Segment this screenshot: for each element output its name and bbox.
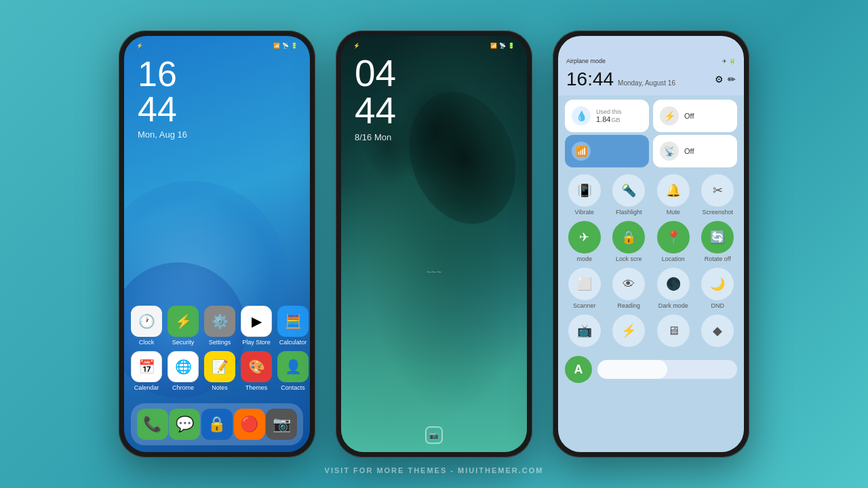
- data-value-row: 1.84 GB: [596, 115, 642, 123]
- phone2-hour: 04: [355, 55, 396, 92]
- settings-edit-icon[interactable]: ⚙: [715, 74, 724, 85]
- phone-3: Airplane mode ✈ 🔋 16:44 Monday, August 1…: [553, 30, 749, 458]
- settings-icon: ⚙️: [204, 306, 235, 337]
- vibrate-btn[interactable]: 📳 Vibrate: [565, 174, 604, 216]
- avatar-letter: A: [574, 363, 583, 377]
- camera-shortcut[interactable]: 📷: [425, 426, 443, 444]
- calendar-label: Calendar: [134, 384, 159, 391]
- pencil-edit-icon[interactable]: ✏: [728, 74, 736, 85]
- airplane-mode-label: Airplane mode: [566, 58, 606, 64]
- dock-messages[interactable]: 💬: [169, 409, 200, 440]
- brightness-slider[interactable]: [597, 360, 737, 379]
- control-clock: 16:44: [566, 68, 614, 90]
- slider-fill: [597, 360, 667, 379]
- screen-btn[interactable]: 🖥: [654, 314, 693, 349]
- darkmode-btn[interactable]: 🌑 Dark mode: [654, 268, 693, 309]
- contacts-label: Contacts: [281, 384, 305, 391]
- calculator-icon: 🧮: [277, 306, 309, 337]
- dock-mi[interactable]: 🔴: [234, 409, 265, 440]
- wifi-info: Off: [684, 147, 730, 155]
- notes-label: Notes: [212, 384, 228, 391]
- calendar-icon: 📅: [131, 351, 162, 382]
- scanner-icon: ⬜: [568, 268, 601, 300]
- status-icons-3: ✈ 🔋: [722, 58, 736, 64]
- active-card[interactable]: 📶: [565, 135, 649, 167]
- playstore-label: Play Store: [242, 339, 271, 346]
- app-playstore[interactable]: ▶ Play Store: [241, 306, 272, 346]
- playstore-icon: ▶: [241, 306, 272, 337]
- lockscreen-btn[interactable]: 🔒 Lock scre: [610, 221, 649, 262]
- status-bar-2: ⚡ 📶 📡 🔋: [341, 36, 527, 51]
- phone1-homescreen: ⚡ 📶 📡 🔋 16 44 Mon, Aug 16 🕐 Clock: [124, 36, 310, 452]
- status-icons-1: 📶 📡 🔋: [273, 43, 298, 49]
- time-widget-1: 16 44 Mon, Aug 16: [138, 56, 187, 140]
- status-icons-2: 📶 📡 🔋: [490, 43, 515, 49]
- app-calendar[interactable]: 📅 Calendar: [131, 351, 162, 391]
- wifi-status-icon: 📡: [282, 43, 289, 49]
- cast-btn[interactable]: 📺: [565, 314, 604, 349]
- control-date-display: Monday, August 16: [618, 79, 675, 87]
- dock-phone[interactable]: 📞: [137, 409, 168, 440]
- location-btn[interactable]: 📍 Location: [654, 221, 693, 262]
- time-hour-1: 16: [138, 56, 187, 92]
- toggle-cards-row1: 💧 Used this 1.84 GB ⚡ Off: [558, 96, 744, 136]
- bluetooth-card[interactable]: ⚡ Off: [653, 100, 737, 132]
- flashlight-btn[interactable]: 🔦 Flashlight: [610, 174, 649, 216]
- airplane-btn[interactable]: ✈ mode: [565, 221, 604, 262]
- battery-icon-1: 🔋: [291, 43, 298, 49]
- birds-decoration: 〜〜 〜: [427, 269, 442, 276]
- app-contacts[interactable]: 👤 Contacts: [277, 351, 309, 391]
- status-bar-1: ⚡ 📶 📡 🔋: [124, 36, 310, 51]
- bluetooth-icon-2: ⚡: [353, 43, 360, 49]
- app-security[interactable]: ⚡ Security: [167, 306, 199, 346]
- data-icon: 💧: [572, 106, 591, 125]
- wifi-status: Off: [684, 147, 730, 155]
- ctrl-row2: ✈ mode 🔒 Lock scre 📍 Location 🔄 Rotate o…: [558, 218, 744, 265]
- data-usage-card[interactable]: 💧 Used this 1.84 GB: [565, 100, 649, 132]
- rotate-label: Rotate off: [705, 256, 731, 262]
- app-calculator[interactable]: 🧮 Calculator: [277, 306, 309, 346]
- cast-icon: 📺: [568, 314, 601, 347]
- battery-icon-3: 🔋: [729, 58, 736, 64]
- reading-btn[interactable]: 👁 Reading: [610, 268, 649, 309]
- app-chrome[interactable]: 🌐 Chrome: [167, 351, 199, 391]
- app-clock[interactable]: 🕐 Clock: [131, 306, 162, 346]
- watermark-text: VISIT FOR MORE THEMES - MIUITHEMER.COM: [325, 466, 544, 474]
- signal-icon: 📶: [273, 43, 280, 49]
- bluetooth-toggle-icon: ⚡: [660, 106, 679, 125]
- time-date-1: Mon, Aug 16: [138, 129, 187, 140]
- dnd-btn[interactable]: 🌙 DND: [698, 268, 738, 309]
- control-edit-buttons: ⚙ ✏: [715, 74, 736, 85]
- app-settings[interactable]: ⚙️ Settings: [204, 306, 235, 346]
- power-btn[interactable]: ⚡: [610, 314, 649, 349]
- signal-icon-2: 📶: [490, 43, 497, 49]
- clock-icon: 🕐: [131, 306, 162, 337]
- data-used-label: Used this: [596, 108, 642, 115]
- control-header: Airplane mode ✈ 🔋 16:44 Monday, August 1…: [558, 36, 744, 96]
- power-icon: ⚡: [612, 314, 645, 347]
- data-amount: 1.84: [596, 115, 610, 123]
- wifi-card[interactable]: 📡 Off: [653, 135, 737, 167]
- theme-icon: ◆: [701, 314, 734, 347]
- themes-icon: 🎨: [241, 351, 272, 382]
- app-themes[interactable]: 🎨 Themes: [241, 351, 272, 391]
- battery-icon-2: 🔋: [508, 43, 515, 49]
- screenshot-btn[interactable]: ✂ Screenshot: [698, 174, 738, 216]
- mute-label: Mute: [667, 209, 680, 216]
- themes-label: Themes: [245, 384, 268, 391]
- phone3-controlcenter: Airplane mode ✈ 🔋 16:44 Monday, August 1…: [558, 36, 744, 452]
- flashlight-icon: 🔦: [612, 174, 645, 207]
- scanner-btn[interactable]: ⬜ Scanner: [565, 268, 604, 309]
- ctrl-row4: 📺 ⚡ 🖥 ◆: [558, 312, 744, 352]
- app-notes[interactable]: 📝 Notes: [204, 351, 235, 391]
- darkmode-label: Dark mode: [658, 302, 688, 309]
- darkmode-icon: 🌑: [657, 268, 690, 300]
- dock-lock[interactable]: 🔒: [201, 409, 233, 440]
- mute-btn[interactable]: 🔔 Mute: [654, 174, 693, 216]
- dock-camera[interactable]: 📷: [266, 409, 297, 440]
- contacts-icon: 👤: [277, 351, 309, 382]
- rotate-btn[interactable]: 🔄 Rotate off: [698, 221, 738, 262]
- theme-btn[interactable]: ◆: [698, 314, 738, 349]
- user-avatar[interactable]: A: [565, 356, 592, 383]
- vibrate-icon: 📳: [568, 174, 601, 207]
